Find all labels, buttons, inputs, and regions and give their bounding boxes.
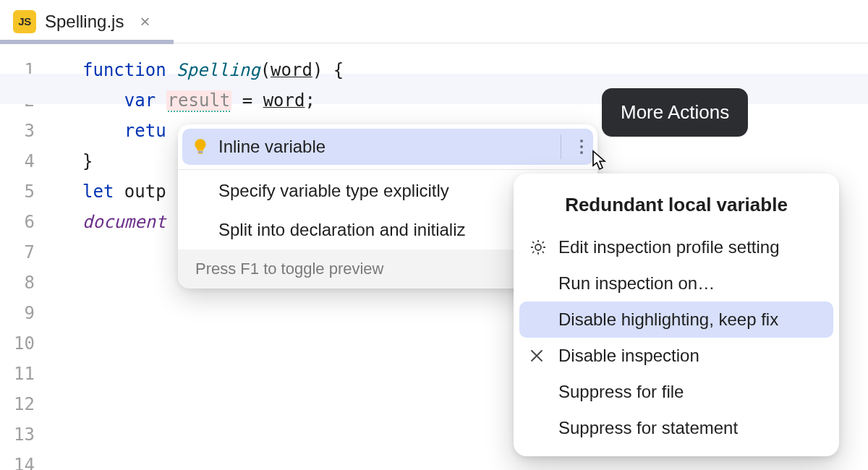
code-line[interactable]: function Spelling(word) { [51,55,868,85]
submenu-label: Run inspection on… [558,273,715,294]
submenu-label: Suppress for file [558,382,684,402]
tab-filename: Spelling.js [45,12,124,32]
submenu-label: Edit inspection profile setting [558,237,780,257]
intention-label: Split into declaration and initializ [218,220,466,240]
submenu-title: Redundant local variable [514,184,839,229]
line-number: 11 [0,359,51,389]
more-actions-icon[interactable] [580,140,583,154]
intention-label: Specify variable type explicitly [218,181,449,201]
x-icon [529,349,544,363]
line-number: 5 [0,176,51,207]
js-file-icon: JS [13,10,36,33]
submenu-item-disable-inspection[interactable]: Disable inspection [514,338,839,374]
submenu-label: Disable inspection [558,346,699,366]
submenu-item-suppress-file[interactable]: Suppress for file [514,374,839,410]
line-number: 13 [0,419,51,450]
submenu-item-suppress-statement[interactable]: Suppress for statement [514,410,839,446]
line-number: 9 [0,298,51,328]
submenu-item-edit-profile[interactable]: Edit inspection profile setting [514,229,839,265]
close-tab-icon[interactable]: × [140,12,150,32]
file-tab[interactable]: JS Spelling.js × [0,0,163,43]
submenu-label: Suppress for statement [558,418,738,438]
line-number: 8 [0,268,51,298]
line-gutter: 1 2 3 4 5 6 7 8 9 10 11 12 13 14 [0,43,51,470]
line-number: 6 [0,207,51,237]
intention-item-inline-variable[interactable]: Inline variable [182,129,593,165]
line-number: 4 [0,146,51,176]
line-number: 10 [0,328,51,359]
intention-label: Inline variable [218,137,326,157]
line-number: 7 [0,237,51,268]
more-actions-tooltip: More Actions [602,88,748,137]
submenu-label: Disable highlighting, keep fix [558,309,778,330]
submenu-item-disable-highlighting[interactable]: Disable highlighting, keep fix [519,302,833,338]
line-number: 3 [0,116,51,146]
submenu-item-run-inspection[interactable]: Run inspection on… [514,265,839,302]
lightbulb-icon [191,137,210,156]
separator [178,169,597,170]
tab-bar: JS Spelling.js × [0,0,868,43]
line-number: 14 [0,450,51,470]
svg-rect-0 [198,152,203,153]
line-number: 12 [0,389,51,419]
inspection-submenu: Redundant local variable Edit inspection… [514,174,839,456]
gear-icon [529,239,547,256]
